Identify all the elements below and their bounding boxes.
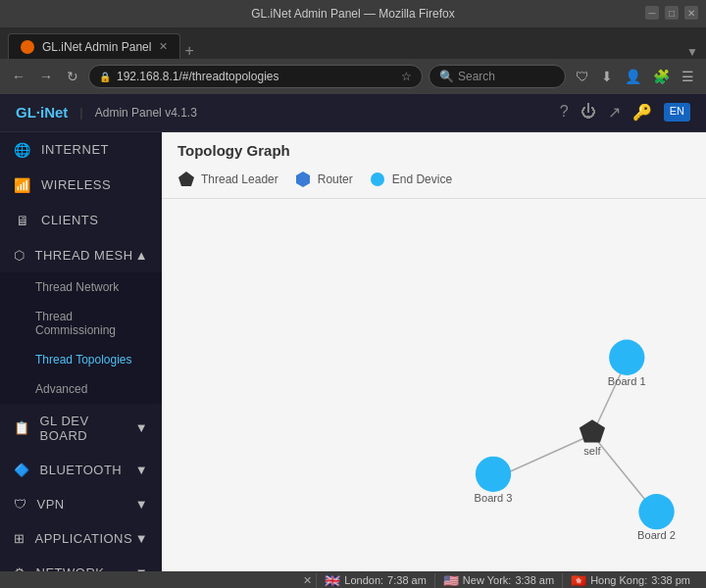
status-newyork: 🇺🇸 New York: 3:38 am (434, 573, 562, 588)
pentagon-icon (177, 171, 195, 188)
topology-graph: self Board 1 Board 2 Board 3 (162, 199, 706, 571)
legend-leader-label: Thread Leader (201, 172, 278, 186)
hongkong-time: 3:38 pm (651, 574, 690, 586)
reload-button[interactable]: ↻ (63, 67, 82, 86)
sidebar-item-network[interactable]: ⚙ NETWORK ▼ (0, 556, 162, 571)
download-icon[interactable]: ⬇ (597, 67, 617, 86)
svg-marker-0 (178, 172, 194, 186)
sidebar-internet-label: INTERNET (41, 142, 109, 157)
sidebar-clients-label: CLIENTS (41, 213, 98, 227)
browser-title: GL.iNet Admin Panel — Mozilla Firefox (251, 7, 454, 21)
status-london: 🇬🇧 London: 7:38 am (316, 573, 434, 588)
title-bar: GL.iNet Admin Panel — Mozilla Firefox ─ … (0, 0, 706, 27)
wireless-icon: 📶 (14, 177, 31, 193)
search-icon: 🔍 (439, 70, 454, 83)
topology-title: Topology Graph (162, 132, 706, 165)
language-selector[interactable]: EN (664, 103, 690, 122)
main-content: Topology Graph Thread Leader Router (162, 132, 706, 571)
search-bar[interactable]: 🔍 Search (429, 65, 566, 88)
hexagon-icon (294, 171, 312, 188)
legend-end-device: End Device (369, 171, 452, 188)
account-icon[interactable]: 👤 (621, 67, 645, 86)
sidebar-item-bluetooth[interactable]: 🔷 BLUETOOTH ▼ (0, 453, 162, 487)
hk-flag: 🇭🇰 (571, 573, 586, 588)
minimize-button[interactable]: ─ (645, 6, 659, 20)
sidebar-item-vpn[interactable]: 🛡 VPN ▼ (0, 487, 162, 521)
svg-point-2 (371, 172, 384, 186)
legend-thread-leader: Thread Leader (177, 171, 278, 188)
sidebar-item-wireless[interactable]: 📶 WIRELESS (0, 168, 162, 203)
submenu-advanced[interactable]: Advanced (0, 374, 162, 404)
search-placeholder: Search (458, 70, 495, 83)
node-board3-label: Board 3 (475, 492, 513, 504)
sidebar-item-clients[interactable]: 🖥 CLIENTS (0, 203, 162, 238)
close-button[interactable]: ✕ (684, 6, 698, 20)
forward-button[interactable]: → (35, 67, 57, 86)
sidebar-gl-dev-label: GL DEV BOARD (40, 414, 135, 443)
sidebar-item-thread-mesh[interactable]: ⬡ THREAD MESH ▲ (0, 238, 162, 272)
legend-router: Router (294, 171, 353, 188)
tab-close-button[interactable]: ✕ (159, 40, 168, 53)
submenu-thread-topologies[interactable]: Thread Topologies (0, 345, 162, 374)
chevron-down-icon-app: ▼ (135, 531, 148, 546)
sidebar-item-internet[interactable]: 🌐 INTERNET (0, 132, 162, 168)
header-separator: | (79, 105, 82, 120)
submenu-thread-network[interactable]: Thread Network (0, 272, 162, 302)
node-board3 (476, 456, 511, 491)
tab-favicon (21, 40, 34, 54)
bluetooth-icon: 🔷 (14, 463, 30, 477)
vpn-nav-icon: 🛡 (14, 497, 27, 512)
london-label: London: (344, 574, 383, 586)
status-hongkong: 🇭🇰 Hong Kong: 3:38 pm (562, 573, 698, 588)
sidebar-vpn-label: VPN (37, 497, 65, 512)
app-header: GL·iNet | Admin Panel v4.1.3 ? ⏻ ↗ 🔑 EN (0, 94, 706, 132)
chevron-down-icon-vpn: ▼ (135, 497, 148, 512)
bookmark-icon: ☆ (401, 70, 412, 83)
internet-icon: 🌐 (14, 142, 31, 158)
status-bar: ✕ 🇬🇧 London: 7:38 am 🇺🇸 New York: 3:38 a… (0, 571, 706, 588)
sidebar-applications-label: APPLICATIONS (35, 531, 133, 546)
active-tab[interactable]: GL.iNet Admin Panel ✕ (8, 33, 180, 59)
uk-flag: 🇬🇧 (325, 573, 340, 588)
svg-marker-1 (296, 172, 310, 187)
tab-bar: GL.iNet Admin Panel ✕ + ▼ (0, 27, 706, 59)
legend-end-device-label: End Device (392, 172, 452, 186)
chevron-down-icon-bt: ▼ (135, 463, 148, 477)
topology-svg: self Board 1 Board 2 Board 3 (162, 199, 706, 571)
back-button[interactable]: ← (8, 67, 29, 86)
tab-menu-button[interactable]: ▼ (686, 45, 706, 59)
topology-legend: Thread Leader Router End Device (162, 165, 706, 199)
chevron-up-icon: ▲ (135, 248, 148, 263)
address-bar[interactable]: 🔒 192.168.8.1/#/threadtopologies ☆ (88, 65, 423, 88)
nav-bar: ← → ↻ 🔒 192.168.8.1/#/threadtopologies ☆… (0, 59, 706, 94)
node-self (580, 419, 605, 442)
shield-icon[interactable]: 🛡 (572, 67, 593, 86)
us-flag: 🇺🇸 (443, 573, 459, 588)
export-icon[interactable]: ↗ (608, 103, 621, 122)
newyork-time: 3:38 am (515, 574, 554, 586)
sidebar-item-gl-dev-board[interactable]: 📋 GL DEV BOARD ▼ (0, 404, 162, 453)
clients-icon: 🖥 (14, 213, 31, 228)
vpn-icon[interactable]: 🔑 (632, 103, 652, 122)
circle-icon (369, 171, 386, 188)
logo: GL·iNet (16, 104, 68, 121)
maximize-button[interactable]: □ (665, 6, 679, 20)
status-close[interactable]: ✕ (303, 574, 312, 587)
sidebar-thread-mesh-label: THREAD MESH (35, 248, 133, 263)
submenu-thread-commissioning[interactable]: Thread Commissioning (0, 302, 162, 345)
newyork-label: New York: (463, 574, 512, 586)
thread-submenu: Thread Network Thread Commissioning Thre… (0, 272, 162, 404)
chevron-down-icon: ▼ (135, 420, 148, 435)
menu-icon[interactable]: ☰ (678, 67, 698, 86)
extensions-icon[interactable]: 🧩 (649, 67, 674, 86)
hongkong-label: Hong Kong: (590, 574, 647, 586)
node-self-label: self (583, 444, 601, 456)
power-icon[interactable]: ⏻ (580, 103, 596, 122)
sidebar-wireless-label: WIRELESS (41, 177, 111, 192)
sidebar-item-applications[interactable]: ⊞ APPLICATIONS ▼ (0, 521, 162, 556)
node-board1 (609, 339, 644, 374)
new-tab-button[interactable]: + (184, 43, 193, 59)
help-icon[interactable]: ? (560, 103, 569, 122)
admin-panel-label: Admin Panel v4.1.3 (95, 106, 197, 120)
thread-mesh-icon: ⬡ (14, 248, 25, 263)
